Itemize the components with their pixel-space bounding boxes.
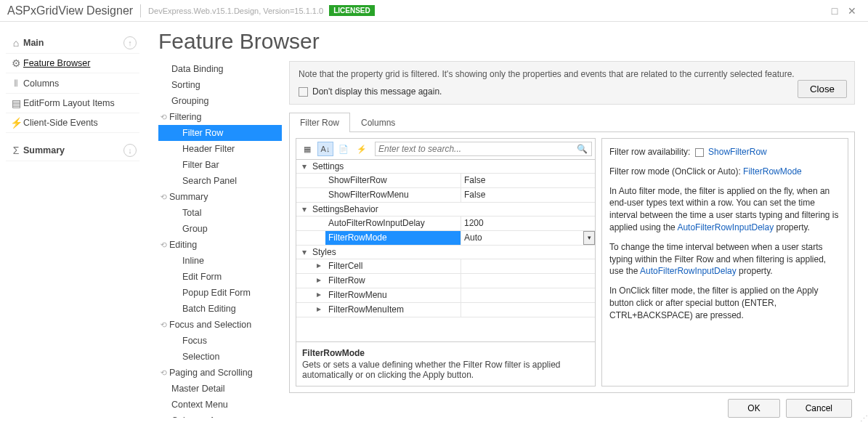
desc-text: Gets or sets a value defining whether th… (302, 360, 589, 380)
auto-delay-link-2[interactable]: AutoFilterRowInputDelay (640, 266, 737, 276)
tree-filter-bar[interactable]: Filter Bar (158, 157, 282, 173)
collapse-icon[interactable]: ▾ (296, 204, 312, 214)
home-icon: ⌂ (9, 37, 23, 49)
tree-master-detail[interactable]: Master Detail (158, 381, 282, 397)
nav-columns-label: Columns (23, 78, 137, 89)
up-arrow-icon[interactable]: ↑ (123, 36, 137, 49)
prop-filter-row-menu-item[interactable]: ▸FilterRowMenuItem (296, 303, 595, 317)
tab-columns[interactable]: Columns (350, 113, 406, 132)
sort-button[interactable]: A↓ (317, 142, 333, 156)
tree-focus[interactable]: Focus (158, 333, 282, 349)
expand-icon[interactable]: ▸ (312, 288, 325, 302)
nav-summary[interactable]: Σ Summary ↓ (6, 140, 139, 161)
help-panel: Filter row availability: ShowFilterRow F… (601, 138, 848, 386)
ok-button[interactable]: OK (728, 399, 779, 418)
dialog-footer: OK Cancel (289, 393, 855, 418)
dropdown-arrow-icon[interactable]: ▾ (583, 231, 595, 245)
tree-focus-sel[interactable]: Focus and Selection (158, 317, 282, 333)
tree-context-menu[interactable]: Context Menu (158, 397, 282, 413)
cat-behavior[interactable]: ▾SettingsBehavior (296, 203, 595, 216)
nav-clientside[interactable]: ⚡ Client-Side Events (6, 113, 139, 133)
tree-grouping[interactable]: Grouping (158, 93, 282, 109)
close-window-button[interactable]: ✕ (843, 5, 861, 17)
notice-message: Note that the property grid is filtered.… (299, 69, 845, 79)
resize-grip-icon[interactable]: ⋰ (860, 414, 867, 424)
cat-styles[interactable]: ▾Styles (296, 246, 595, 259)
properties-button[interactable]: 📄 (336, 142, 352, 156)
prop-show-filter-row-menu[interactable]: ShowFilterRowMenuFalse (296, 188, 595, 203)
prop-filter-row-style[interactable]: ▸FilterRow (296, 274, 595, 288)
tree-editing[interactable]: Editing (158, 237, 282, 253)
search-icon[interactable]: 🔍 (573, 144, 591, 154)
filter-notice: Note that the property grid is filtered.… (289, 61, 855, 105)
expand-icon[interactable]: ▸ (312, 303, 325, 317)
show-filter-row-link[interactable]: ShowFilterRow (708, 147, 767, 157)
show-filter-row-checkbox[interactable] (695, 148, 704, 157)
sigma-icon: Σ (9, 145, 23, 156)
lightning-icon: ⚡ (9, 117, 23, 129)
main-panel: Feature Browser Data Binding Sorting Gro… (145, 22, 868, 425)
collapse-icon[interactable]: ▾ (296, 161, 312, 171)
prop-filter-cell[interactable]: ▸FilterCell (296, 259, 595, 274)
tree-selection[interactable]: Selection (158, 349, 282, 365)
events-button[interactable]: ⚡ (354, 142, 370, 156)
cancel-button[interactable]: Cancel (786, 399, 852, 418)
nav-main-label: Main (23, 38, 123, 48)
notice-close-button[interactable]: Close (798, 80, 847, 98)
titlebar: ASPxGridView Designer DevExpress.Web.v15… (0, 0, 868, 22)
nav-clientside-label: Client-Side Events (23, 118, 137, 128)
grid-toolbar: ▦ A↓ 📄 ⚡ 🔍 (296, 139, 595, 160)
tree-paging[interactable]: Paging and Scrolling (158, 365, 282, 381)
down-arrow-icon[interactable]: ↓ (123, 144, 137, 157)
tree-total[interactable]: Total (158, 205, 282, 221)
tree-col-appear[interactable]: Columns Appearance (158, 413, 282, 418)
tree-group[interactable]: Group (158, 221, 282, 237)
maximize-button[interactable]: □ (826, 5, 843, 17)
expand-icon[interactable]: ▸ (312, 274, 325, 288)
categorize-button[interactable]: ▦ (299, 142, 315, 156)
tree-edit-form[interactable]: Edit Form (158, 269, 282, 285)
cat-settings[interactable]: ▾Settings (296, 160, 595, 174)
left-nav: ⌂ Main ↑ ⚙ Feature Browser ⦀ Columns ▤ E… (0, 22, 145, 425)
nav-columns[interactable]: ⦀ Columns (6, 73, 139, 94)
separator (140, 4, 141, 17)
tree-popup-edit[interactable]: Popup Edit Form (158, 285, 282, 301)
tree-sorting[interactable]: Sorting (158, 77, 282, 93)
gear-icon: ⚙ (9, 57, 23, 69)
right-panel: Note that the property grid is filtered.… (289, 61, 855, 418)
collapse-icon[interactable]: ▾ (296, 247, 312, 257)
tree-inline[interactable]: Inline (158, 253, 282, 269)
columns-icon: ⦀ (9, 77, 23, 89)
tabs: Filter Row Columns (289, 112, 855, 132)
tree-filter-row[interactable]: Filter Row (158, 125, 282, 141)
property-list: ▾Settings ShowFilterRowFalse ShowFilterR… (296, 160, 595, 341)
property-grid: ▦ A↓ 📄 ⚡ 🔍 ▾Settings ShowFilterRowFalse (296, 138, 596, 386)
nav-editform-label: EditForm Layout Items (23, 98, 137, 108)
tree-summary[interactable]: Summary (158, 189, 282, 205)
nav-main[interactable]: ⌂ Main ↑ (6, 33, 139, 54)
nav-summary-label: Summary (23, 145, 123, 155)
help-onclick-text: In OnClick filter mode, the filter is ap… (609, 285, 840, 321)
property-description: FilterRowMode Gets or sets a value defin… (296, 341, 595, 386)
filter-row-mode-link[interactable]: FilterRowMode (743, 166, 802, 177)
nav-feature-browser-label: Feature Browser (23, 58, 137, 68)
nav-editform[interactable]: ▤ EditForm Layout Items (6, 94, 139, 113)
feature-tree: Data Binding Sorting Grouping Filtering … (158, 61, 289, 418)
prop-filter-row-mode[interactable]: FilterRowModeAuto▾ (296, 231, 595, 246)
prop-auto-delay[interactable]: AutoFilterRowInputDelay1200 (296, 216, 595, 231)
expand-icon[interactable]: ▸ (312, 259, 325, 273)
prop-show-filter-row[interactable]: ShowFilterRowFalse (296, 174, 595, 188)
nav-feature-browser[interactable]: ⚙ Feature Browser (6, 54, 139, 73)
tree-filtering[interactable]: Filtering (158, 109, 282, 125)
search-input[interactable] (376, 144, 573, 154)
prop-filter-row-menu-style[interactable]: ▸FilterRowMenu (296, 288, 595, 303)
app-title: ASPxGridView Designer (7, 4, 133, 17)
auto-delay-link[interactable]: AutoFilterRowInputDelay (677, 222, 774, 232)
tree-header-filter[interactable]: Header Filter (158, 141, 282, 157)
tree-search-panel[interactable]: Search Panel (158, 173, 282, 189)
version-label: DevExpress.Web.v15.1.Design, Version=15.… (148, 7, 323, 15)
tree-batch[interactable]: Batch Editing (158, 301, 282, 317)
tree-data-binding[interactable]: Data Binding (158, 61, 282, 77)
tab-filter-row[interactable]: Filter Row (289, 113, 350, 132)
dont-show-checkbox[interactable] (299, 87, 308, 97)
